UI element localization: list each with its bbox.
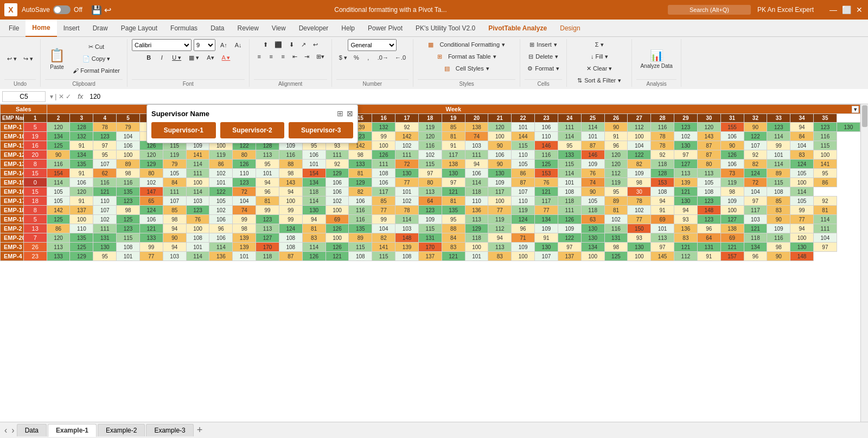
data-cell-6-22[interactable]: 101	[558, 178, 581, 187]
cell-styles-button[interactable]: ▤ Cell Styles ▾	[442, 63, 492, 74]
data-cell-7-21[interactable]: 121	[535, 187, 558, 196]
data-cell-4-9[interactable]: 95	[256, 160, 279, 169]
data-cell-5-33[interactable]: 95	[813, 169, 837, 178]
data-cell-9-6[interactable]: 123	[186, 206, 209, 215]
data-cell-11-3[interactable]: 123	[117, 224, 140, 233]
data-cell-13-13[interactable]: 115	[349, 243, 372, 252]
data-cell-5-10[interactable]: 98	[279, 169, 302, 178]
data-cell-7-2[interactable]: 121	[93, 187, 117, 196]
data-cell-13-6[interactable]: 101	[186, 243, 209, 252]
data-cell-8-13[interactable]: 106	[349, 196, 372, 206]
analyze-data-button[interactable]: 📊Analyze Data	[636, 41, 676, 76]
week1-cell[interactable]: 8	[23, 160, 47, 169]
data-cell-13-15[interactable]: 139	[395, 243, 419, 252]
data-cell-4-23[interactable]: 109	[581, 160, 604, 169]
data-cell-13-29[interactable]: 121	[720, 243, 744, 252]
data-cell-11-11[interactable]: 81	[302, 224, 326, 233]
data-cell-2-17[interactable]: 91	[442, 141, 465, 150]
data-cell-13-1[interactable]: 125	[70, 243, 93, 252]
data-cell-11-1[interactable]: 110	[70, 224, 93, 233]
data-cell-2-27[interactable]: 130	[674, 141, 698, 150]
data-cell-14-15[interactable]: 108	[395, 252, 419, 261]
data-cell-9-19[interactable]: 77	[488, 206, 512, 215]
data-cell-14-6[interactable]: 114	[186, 252, 209, 261]
data-cell-9-28[interactable]: 148	[697, 206, 720, 215]
week1-cell[interactable]: 13	[23, 224, 47, 233]
data-cell-9-1[interactable]: 137	[70, 206, 93, 215]
data-cell-1-33[interactable]: 116	[813, 132, 837, 141]
data-cell-5-11[interactable]: 154	[302, 169, 326, 178]
data-cell-9-13[interactable]: 116	[349, 206, 372, 215]
data-cell-14-12[interactable]: 121	[326, 252, 349, 261]
data-cell-12-22[interactable]: 122	[558, 233, 581, 243]
data-cell-4-14[interactable]: 111	[372, 160, 395, 169]
tab-formulas[interactable]: Formulas	[164, 20, 204, 37]
merge-button[interactable]: ⊞▾	[314, 51, 327, 62]
data-cell-1-21[interactable]: 110	[535, 132, 558, 141]
data-cell-9-8[interactable]: 74	[233, 206, 256, 215]
data-cell-8-4[interactable]: 65	[139, 196, 163, 206]
data-cell-5-19[interactable]: 130	[488, 169, 512, 178]
data-cell-5-24[interactable]: 112	[604, 169, 628, 178]
emp-name-cell[interactable]: EMP-19	[1, 215, 24, 224]
data-cell-11-28[interactable]: 96	[697, 224, 720, 233]
data-cell-12-7[interactable]: 106	[209, 233, 233, 243]
data-cell-11-12[interactable]: 126	[326, 224, 349, 233]
data-cell-9-11[interactable]: 130	[302, 206, 326, 215]
data-cell-10-23[interactable]: 63	[581, 215, 604, 224]
data-cell-2-21[interactable]: 146	[535, 141, 558, 150]
data-cell-5-30[interactable]: 124	[744, 169, 767, 178]
data-cell-8-33[interactable]: 92	[813, 196, 837, 206]
data-cell-2-20[interactable]: 115	[512, 141, 535, 150]
data-cell-3-29[interactable]: 126	[720, 150, 744, 160]
data-cell-6-18[interactable]: 114	[465, 178, 488, 187]
data-cell-5-14[interactable]: 108	[372, 169, 395, 178]
data-cell-8-26[interactable]: 94	[651, 196, 674, 206]
data-cell-13-25[interactable]: 130	[628, 243, 651, 252]
decrease-indent-button[interactable]: ⇤	[290, 51, 301, 62]
data-cell-10-19[interactable]: 119	[488, 215, 512, 224]
data-cell-7-11[interactable]: 118	[302, 187, 326, 196]
data-cell-12-26[interactable]: 113	[651, 233, 674, 243]
data-cell-13-10[interactable]: 108	[279, 243, 302, 252]
data-cell-0-23[interactable]: 114	[581, 123, 604, 132]
data-cell-2-26[interactable]: 78	[651, 141, 674, 150]
data-cell-8-16[interactable]: 64	[418, 196, 442, 206]
data-cell-11-5[interactable]: 94	[163, 224, 186, 233]
tab-pk-utility[interactable]: PK's Utility Tool V2.0	[409, 20, 482, 37]
conditional-formatting-button[interactable]: ▦ Conditional Formatting ▾	[425, 39, 508, 50]
copy-button[interactable]: 📄 Copy ▾	[70, 53, 123, 64]
data-cell-8-24[interactable]: 89	[604, 196, 628, 206]
data-cell-13-17[interactable]: 83	[442, 243, 465, 252]
data-cell-13-18[interactable]: 100	[465, 243, 488, 252]
data-cell-6-29[interactable]: 119	[720, 178, 744, 187]
data-cell-7-3[interactable]: 135	[117, 187, 140, 196]
data-cell-6-23[interactable]: 74	[581, 178, 604, 187]
data-cell-13-12[interactable]: 126	[326, 243, 349, 252]
data-cell-6-2[interactable]: 116	[93, 178, 117, 187]
data-cell-6-15[interactable]: 77	[395, 178, 419, 187]
data-cell-6-30[interactable]: 72	[744, 178, 767, 187]
bold-button[interactable]: B	[143, 52, 154, 63]
data-cell-4-26[interactable]: 118	[651, 160, 674, 169]
data-cell-10-3[interactable]: 125	[117, 215, 140, 224]
data-cell-3-1[interactable]: 134	[70, 150, 93, 160]
data-cell-4-8[interactable]: 126	[233, 160, 256, 169]
data-cell-9-5[interactable]: 85	[163, 206, 186, 215]
data-cell-2-31[interactable]: 99	[767, 141, 790, 150]
font-color-button[interactable]: A ▾	[219, 52, 233, 63]
data-cell-10-12[interactable]: 69	[326, 215, 349, 224]
data-cell-2-32[interactable]: 104	[790, 141, 814, 150]
data-cell-3-7[interactable]: 119	[209, 150, 233, 160]
data-cell-7-4[interactable]: 147	[139, 187, 163, 196]
data-cell-11-33[interactable]: 111	[813, 224, 837, 233]
data-cell-4-5[interactable]: 79	[163, 160, 186, 169]
data-cell-4-20[interactable]: 105	[512, 160, 535, 169]
data-cell-10-31[interactable]: 90	[767, 215, 790, 224]
data-cell-6-19[interactable]: 109	[488, 178, 512, 187]
sheet-tab-data[interactable]: Data	[17, 424, 47, 436]
data-cell-1-29[interactable]: 106	[720, 132, 744, 141]
align-left-button[interactable]: ≡	[254, 51, 265, 62]
add-sheet-button[interactable]: +	[197, 424, 203, 436]
data-cell-9-25[interactable]: 102	[628, 206, 651, 215]
